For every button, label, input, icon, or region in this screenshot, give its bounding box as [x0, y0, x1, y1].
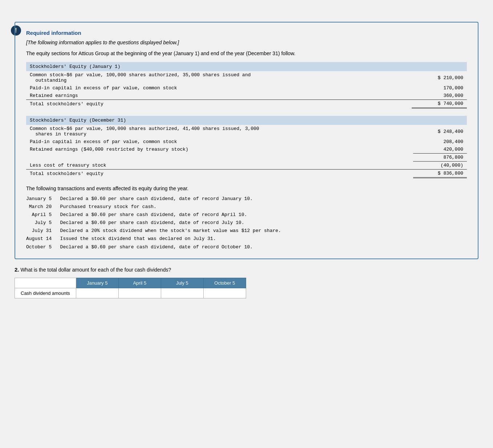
equity-jan-total-value: $ 740,000: [412, 100, 467, 108]
equity-dec-total-label: Total stockholders' equity: [26, 170, 413, 178]
equity-jan-value-3: 360,000: [412, 92, 467, 100]
dividends-empty-header: [15, 278, 76, 288]
question-section: 2. What is the total dollar amount for e…: [15, 266, 478, 298]
equity-table-jan: Stockholders' Equity (January 1) Common …: [26, 62, 467, 109]
equity-jan-total-row: Total stockholders' equity $ 740,000: [26, 100, 467, 108]
equity-dec-value-1: $ 248,400: [413, 125, 467, 138]
equity-dec-row-3: Retained earnings ($40,000 restricted by…: [26, 146, 467, 154]
equity-dec-label-3: Retained earnings ($40,000 restricted by…: [26, 146, 413, 154]
transaction-6: August 14 Issued the stock dividend that…: [26, 235, 467, 243]
equity-dec-value-3: 420,000: [413, 146, 467, 154]
dividends-data-row: Cash dividend amounts: [15, 288, 246, 298]
equity-dec-value-2: 208,400: [413, 138, 467, 146]
cash-dividend-jan5-cell[interactable]: [76, 288, 118, 298]
equity-dec-header-row: Stockholders' Equity (December 31): [26, 116, 467, 125]
dividends-col-jul5: July 5: [161, 278, 203, 288]
equity-dec-row-5: Less cost of treasury stock (40,000): [26, 162, 467, 170]
equity-jan-row-1: Common stock—$6 par value, 100,000 share…: [26, 71, 467, 84]
equity-jan-total-label: Total stockholders' equity: [26, 100, 412, 108]
equity-dec-label-4: [26, 154, 413, 162]
equity-jan-label-2: Paid-in capital in excess of par value, …: [26, 84, 412, 92]
equity-table-dec: Stockholders' Equity (December 31) Commo…: [26, 116, 467, 178]
equity-dec-label-5: Less cost of treasury stock: [26, 162, 413, 170]
dividends-col-oct5: October 5: [203, 278, 246, 288]
cash-dividend-label: Cash dividend amounts: [15, 288, 76, 298]
cash-dividend-oct5-input[interactable]: [207, 290, 243, 296]
transaction-2: March 20 Purchased treasury stock for ca…: [26, 203, 467, 211]
question-number: 2.: [15, 266, 19, 273]
equity-dec-label-1: Common stock—$6 par value, 100,000 share…: [26, 125, 413, 138]
equity-dec-value-5: (40,000): [413, 162, 467, 170]
cash-dividend-apr5-input[interactable]: [122, 290, 158, 296]
dividends-table: January 5 April 5 July 5 October 5 Cash …: [15, 278, 246, 298]
required-info-title: Required information: [26, 30, 467, 36]
question-text: What is the total dollar amount for each…: [20, 267, 171, 273]
cash-dividend-oct5-cell[interactable]: [203, 288, 246, 298]
equity-dec-total-row: Total stockholders' equity $ 836,800: [26, 170, 467, 178]
equity-dec-total-value: $ 836,800: [413, 170, 467, 178]
transaction-1: January 5 Declared a $0.60 per share cas…: [26, 195, 467, 203]
equity-jan-value-2: 170,000: [412, 84, 467, 92]
cash-dividend-jul5-cell[interactable]: [161, 288, 203, 298]
equity-dec-row-2: Paid-in capital in excess of par value, …: [26, 138, 467, 146]
dividends-header-row: January 5 April 5 July 5 October 5: [15, 278, 246, 288]
equity-dec-label-2: Paid-in capital in excess of par value, …: [26, 138, 413, 146]
equity-dec-row-1: Common stock—$6 par value, 100,000 share…: [26, 125, 467, 138]
equity-jan-label-3: Retained earnings: [26, 92, 412, 100]
equity-jan-row-2: Paid-in capital in excess of par value, …: [26, 84, 467, 92]
cash-dividend-apr5-cell[interactable]: [118, 288, 161, 298]
equity-dec-value-4: 876,800: [413, 154, 467, 162]
dividends-col-apr5: April 5: [118, 278, 161, 288]
main-card: Required information [The following info…: [15, 22, 478, 259]
question-label: 2. What is the total dollar amount for e…: [15, 266, 478, 273]
equity-dec-row-4: 876,800: [26, 154, 467, 162]
description: The equity sections for Atticus Group at…: [26, 50, 467, 56]
italic-note: [The following information applies to th…: [26, 40, 467, 45]
equity-jan-label-1a: Common stock—$6 par value, 100,000 share…: [26, 71, 412, 84]
equity-jan-value-1: $ 210,000: [412, 71, 467, 84]
equity-jan-header-row: Stockholders' Equity (January 1): [26, 62, 467, 71]
dividends-col-jan5: January 5: [76, 278, 118, 288]
transactions-section: January 5 Declared a $0.60 per share cas…: [26, 195, 467, 251]
transaction-5: July 31 Declared a 20% stock dividend wh…: [26, 227, 467, 235]
transactions-title: The following transactions and events af…: [26, 186, 467, 191]
cash-dividend-jul5-input[interactable]: [164, 290, 200, 296]
transaction-3: April 5 Declared a $0.60 per share cash …: [26, 211, 467, 219]
equity-dec-header: Stockholders' Equity (December 31): [26, 116, 467, 125]
transaction-4: July 5 Declared a $0.60 per share cash d…: [26, 219, 467, 227]
equity-jan-row-3: Retained earnings 360,000: [26, 92, 467, 100]
cash-dividend-jan5-input[interactable]: [79, 290, 115, 296]
transaction-7: October 5 Declared a $0.60 per share cas…: [26, 243, 467, 251]
equity-jan-header: Stockholders' Equity (January 1): [26, 62, 467, 71]
